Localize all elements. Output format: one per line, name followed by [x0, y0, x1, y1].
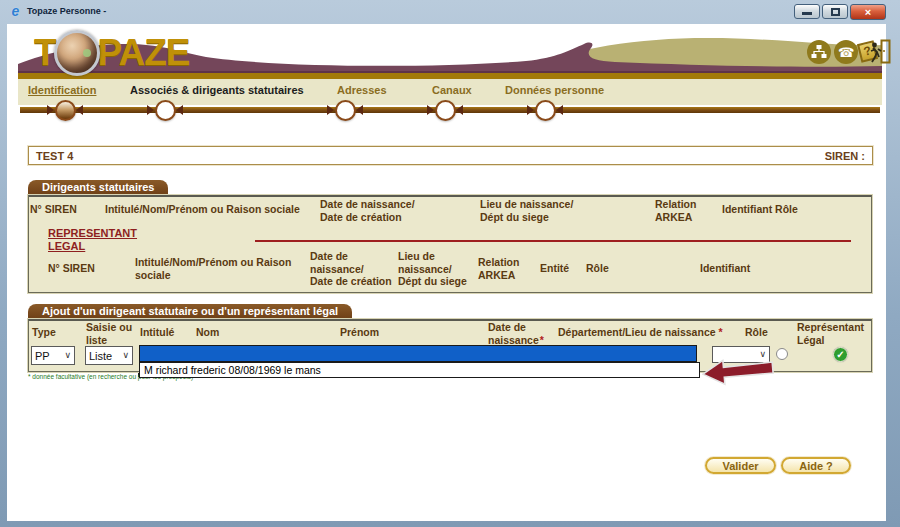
minimize-button[interactable] — [794, 4, 820, 19]
close-button[interactable]: × — [850, 4, 886, 20]
col-header: N° SIREN — [30, 203, 77, 216]
logo-letter-left: T — [34, 31, 56, 75]
col-header: RelationARKEA — [478, 256, 519, 281]
maximize-button[interactable] — [822, 4, 848, 19]
col-header: Identifiant Rôle — [722, 203, 798, 216]
chevron-down-icon: ∨ — [122, 351, 129, 360]
browser-icon: e — [7, 3, 24, 20]
annotation-arrow-icon — [701, 354, 778, 392]
step-circle-adresses[interactable] — [335, 100, 356, 121]
chevron-down-icon: ∨ — [64, 351, 71, 360]
logo-portrait-photo — [54, 30, 100, 76]
arrowhead — [556, 105, 563, 115]
exit-glyph — [869, 38, 891, 65]
arrowhead — [527, 105, 534, 115]
org-chart-icon[interactable] — [807, 40, 831, 64]
step-circle-identification[interactable] — [55, 100, 76, 121]
col-header: RelationARKEA — [655, 198, 696, 223]
representant-legal-radio[interactable] — [776, 348, 788, 360]
aide-button[interactable]: Aide ? — [781, 457, 851, 474]
col-header-saisie: Saisie ouliste — [86, 321, 132, 346]
arrowhead — [327, 105, 334, 115]
maximize-icon — [831, 8, 840, 16]
company-name: TEST 4 — [36, 150, 73, 162]
arrowhead — [427, 105, 434, 115]
person-combobox-selected[interactable] — [139, 345, 697, 362]
window-title: Topaze Personne - — [27, 6, 106, 16]
step-circle-donnees[interactable] — [535, 100, 556, 121]
col-header: Date de naissance/Date de création — [320, 198, 415, 223]
col-header: Lieu denaissance/Dépt du siege — [398, 250, 467, 288]
col-header-departement: Département/Lieu de naissance* — [558, 326, 723, 339]
col-header: Entité — [540, 262, 569, 275]
tab-canaux[interactable]: Canaux — [432, 84, 472, 96]
exit-icon[interactable] — [869, 38, 891, 69]
saisie-select-value: Liste — [89, 350, 112, 362]
col-header: Intitulé/Nom/Prénom ou Raison sociale — [105, 203, 300, 216]
arrowhead — [456, 105, 463, 115]
logo-letters-right: PAZE — [98, 31, 190, 75]
type-select-value: PP — [35, 350, 50, 362]
section-title-dirigeants: Dirigeants statutaires — [28, 180, 168, 195]
phone-icon[interactable]: ☎ — [834, 40, 858, 64]
step-circle-canaux[interactable] — [435, 100, 456, 121]
type-select[interactable]: PP ∨ — [31, 346, 75, 365]
tab-donnees-personne[interactable]: Données personne — [505, 84, 604, 96]
representant-legal-link[interactable]: REPRESENTANT LEGAL — [48, 227, 137, 252]
col-header: N° SIREN — [48, 262, 95, 275]
tab-associes-dirigeants[interactable]: Associés & dirigeants statutaires — [130, 84, 304, 96]
col-header-representant-legal: ReprésentantLégal — [797, 321, 864, 346]
col-header-nom: Nom — [196, 326, 219, 339]
col-header-intitule: Intitulé — [140, 326, 174, 339]
col-header: Date denaissance/Date de création — [310, 250, 392, 288]
titlebar: e Topaze Personne - × — [0, 0, 900, 24]
org-chart-glyph — [811, 45, 827, 59]
col-header-date-naissance: Date de naissance* — [488, 321, 544, 346]
person-dropdown-option[interactable]: M richard frederic 08/08/1969 le mans — [144, 364, 321, 376]
section-title-ajout: Ajout d'un dirigeant statutaire ou d'un … — [28, 304, 352, 319]
saisie-select[interactable]: Liste ∨ — [85, 346, 133, 365]
company-strip: TEST 4 SIREN : — [28, 146, 873, 165]
arrowhead — [147, 105, 154, 115]
col-header-role: Rôle — [745, 326, 768, 339]
col-header: Rôle — [586, 262, 609, 275]
representant-divider — [255, 240, 851, 242]
tab-identification[interactable]: Identification — [28, 84, 96, 96]
valider-button[interactable]: Valider — [705, 457, 776, 474]
arrowhead — [76, 105, 83, 115]
col-header-prenom: Prénom — [340, 326, 379, 339]
col-header: Lieu de naissance/Dépt du siege — [480, 198, 573, 223]
topaze-logo: T PAZE — [34, 30, 190, 76]
arrowhead — [176, 105, 183, 115]
col-header-type: Type — [32, 326, 56, 339]
tab-adresses[interactable]: Adresses — [337, 84, 387, 96]
col-header: Identifiant — [700, 262, 750, 275]
app-window: e Topaze Personne - × T PAZE ☎ ? — [0, 0, 900, 527]
arrowhead — [356, 105, 363, 115]
col-header: Intitulé/Nom/Prénom ou Raisonsociale — [135, 256, 291, 281]
person-dropdown-list[interactable]: M richard frederic 08/08/1969 le mans — [139, 362, 700, 378]
step-circle-associes[interactable] — [155, 100, 176, 121]
minimize-icon — [802, 12, 812, 15]
arrowhead — [47, 105, 54, 115]
confirm-check-icon[interactable]: ✓ — [833, 347, 848, 362]
siren-label: SIREN : — [825, 150, 865, 162]
